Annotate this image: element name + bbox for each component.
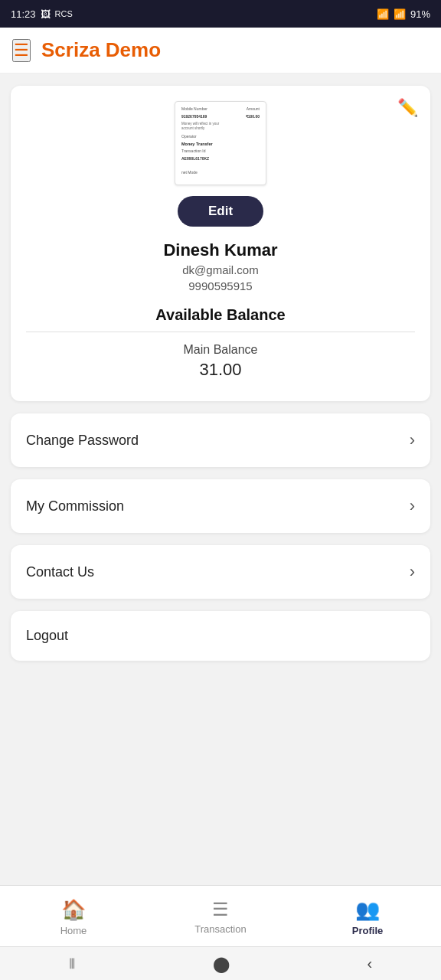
nav-home-label: Home — [60, 925, 87, 936]
chevron-right-icon: › — [410, 496, 415, 516]
logout-label: Logout — [26, 628, 68, 644]
chevron-right-icon: › — [410, 562, 415, 582]
receipt-preview: Mobile Number Amount 919267954169 ₹100.0… — [175, 101, 266, 185]
app-title: Scriza Demo — [41, 38, 161, 62]
receipt-txn-label: Transaction Id — [181, 149, 206, 153]
receipt-mobile-value: 919267954169 — [181, 114, 207, 119]
user-phone: 9990595915 — [188, 279, 252, 292]
recent-apps-button[interactable]: ⦀ — [69, 955, 75, 972]
my-commission-label: My Commission — [26, 498, 124, 514]
status-bar: 11:23 🖼 RCS 📶 📶 91% — [0, 0, 441, 28]
nav-profile[interactable]: 👥 Profile — [294, 898, 441, 936]
chevron-right-icon: › — [410, 430, 415, 450]
receipt-amount-label: Amount — [247, 106, 260, 111]
my-commission-item[interactable]: My Commission › — [11, 479, 430, 533]
receipt-mobile-label: Mobile Number — [181, 106, 207, 111]
receipt-operator-value: Money Transfer — [181, 142, 260, 146]
home-button[interactable]: ⬤ — [213, 955, 230, 973]
contact-us-label: Contact Us — [26, 564, 94, 580]
time: 11:23 — [11, 8, 36, 20]
receipt-operator-label: Operator — [181, 134, 197, 139]
nav-transaction[interactable]: ☰ Transaction — [147, 899, 294, 935]
menu-button[interactable]: ☰ — [12, 39, 31, 62]
available-balance-title: Available Balance — [155, 306, 285, 324]
spacer — [11, 673, 430, 873]
edit-icon-button[interactable]: ✏️ — [397, 98, 418, 118]
balance-divider — [26, 332, 415, 332]
edit-profile-button[interactable]: Edit — [178, 196, 263, 227]
user-email: dk@gmail.com — [182, 263, 258, 276]
profile-card: ✏️ Mobile Number Amount 919267954169 ₹10… — [11, 86, 430, 401]
home-icon: 🏠 — [61, 898, 86, 922]
bottom-nav: 🏠 Home ☰ Transaction 👥 Profile — [0, 885, 441, 946]
android-nav: ⦀ ⬤ ‹ — [0, 946, 441, 980]
contact-us-item[interactable]: Contact Us › — [11, 545, 430, 599]
wifi-icon: 📶 — [377, 8, 389, 20]
receipt-amount-value: ₹100.00 — [246, 114, 260, 119]
main-content: ✏️ Mobile Number Amount 919267954169 ₹10… — [0, 74, 441, 885]
change-password-label: Change Password — [26, 433, 139, 449]
main-balance-amount: 31.00 — [199, 360, 241, 380]
gallery-icon: 🖼 — [41, 8, 51, 20]
user-name: Dinesh Kumar — [163, 240, 277, 260]
status-left: 11:23 🖼 RCS — [11, 8, 73, 20]
signal-icon: 📶 — [394, 8, 406, 20]
profile-icon: 👥 — [355, 898, 380, 922]
nav-transaction-label: Transaction — [194, 923, 246, 935]
main-balance-label: Main Balance — [184, 343, 258, 357]
nav-profile-label: Profile — [352, 925, 383, 936]
status-right: 📶 📶 91% — [377, 8, 430, 20]
transaction-icon: ☰ — [212, 899, 229, 920]
rcs-icon: RCS — [55, 9, 73, 18]
logout-item[interactable]: Logout — [11, 611, 430, 661]
receipt-txn-value: AE890L6170KZ — [181, 156, 260, 161]
back-button[interactable]: ‹ — [367, 955, 372, 972]
battery-text: 91% — [410, 8, 430, 20]
receipt-mode-label: net Mode — [181, 170, 198, 175]
change-password-item[interactable]: Change Password › — [11, 413, 430, 467]
receipt-status-text: Money will reflect in youraccount shortl… — [181, 122, 260, 132]
nav-home[interactable]: 🏠 Home — [0, 898, 147, 936]
header: ☰ Scriza Demo — [0, 28, 441, 74]
